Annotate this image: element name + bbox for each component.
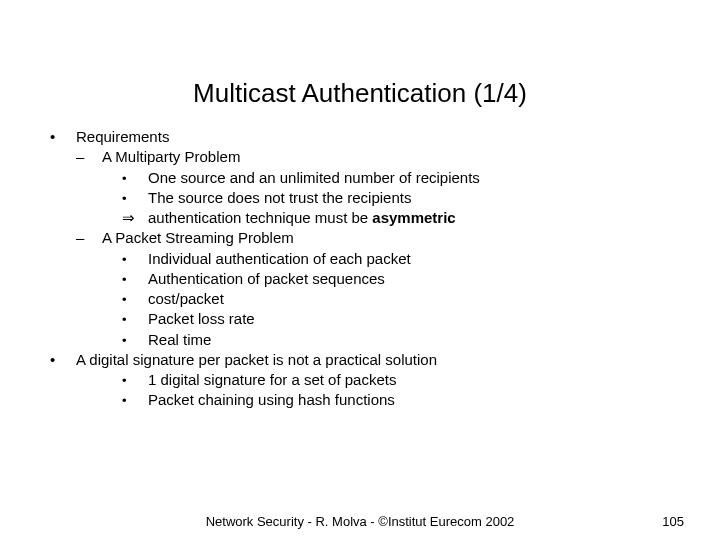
text: One source and an unlimited number of re… [148,168,480,188]
text: A Packet Streaming Problem [102,228,294,248]
bullet-l3: 1 digital signature for a set of packets [50,370,680,390]
bullet-l2: A Packet Streaming Problem [50,228,680,248]
slide: Multicast Authentication (1/4) Requireme… [0,0,720,540]
text: The source does not trust the recipients [148,188,411,208]
dot-icon [122,390,127,410]
dash-icon [76,228,84,248]
text: Requirements [76,127,169,147]
bullet-l2: A Multiparty Problem [50,147,680,167]
dot-icon [122,249,127,269]
bullet-l1: A digital signature per packet is not a … [50,350,680,370]
dot-icon [122,309,127,329]
bullet-l3: Real time [50,330,680,350]
text-part: authentication technique must be [148,209,372,226]
bullet-l3: One source and an unlimited number of re… [50,168,680,188]
bullet-l3: Authentication of packet sequences [50,269,680,289]
dot-icon [122,289,127,309]
arrow-icon [122,208,135,228]
text: authentication technique must be asymmet… [148,208,456,228]
slide-title: Multicast Authentication (1/4) [0,0,720,119]
text: Packet loss rate [148,309,255,329]
bullet-l1: Requirements [50,127,680,147]
text: A Multiparty Problem [102,147,240,167]
dot-icon [122,188,127,208]
text: Authentication of packet sequences [148,269,385,289]
bullet-l3: Individual authentication of each packet [50,249,680,269]
slide-body: Requirements A Multiparty Problem One so… [0,119,720,411]
dash-icon [76,147,84,167]
disc-icon [50,350,55,370]
bullet-l3: The source does not trust the recipients [50,188,680,208]
page-number: 105 [662,514,684,529]
text: cost/packet [148,289,224,309]
bullet-l3: Packet chaining using hash functions [50,390,680,410]
bullet-l3: cost/packet [50,289,680,309]
dot-icon [122,330,127,350]
dot-icon [122,370,127,390]
text-bold: asymmetric [372,209,455,226]
text: 1 digital signature for a set of packets [148,370,396,390]
disc-icon [50,127,55,147]
dot-icon [122,168,127,188]
text: Packet chaining using hash functions [148,390,395,410]
dot-icon [122,269,127,289]
text: Real time [148,330,211,350]
footer-center: Network Security - R. Molva - ©Institut … [0,514,720,529]
bullet-l3: Packet loss rate [50,309,680,329]
text: A digital signature per packet is not a … [76,350,437,370]
bullet-l3: authentication technique must be asymmet… [50,208,680,228]
text: Individual authentication of each packet [148,249,411,269]
